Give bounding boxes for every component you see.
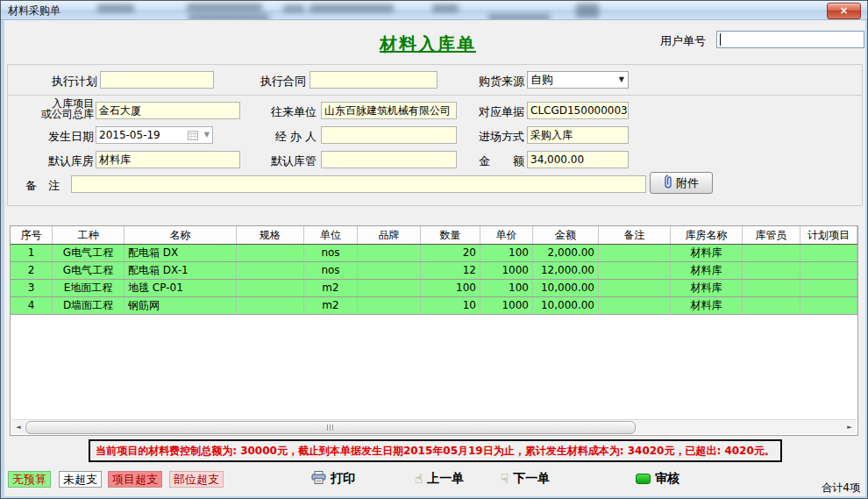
table-cell[interactable]: [599, 280, 671, 296]
table-cell[interactable]: [743, 297, 800, 314]
scroll-left-icon[interactable]: ◄: [12, 422, 25, 432]
table-cell[interactable]: 3: [11, 280, 53, 296]
exec-plan-input[interactable]: [100, 71, 214, 89]
exec-contract-input[interactable]: [309, 71, 438, 89]
column-header[interactable]: 库管员: [743, 226, 800, 244]
table-cell[interactable]: 20: [421, 245, 480, 261]
table-cell[interactable]: [237, 262, 304, 279]
table-cell[interactable]: 配电箱 DX-1: [125, 262, 237, 279]
table-cell[interactable]: [743, 262, 800, 279]
table-cell[interactable]: G电气工程: [53, 262, 125, 279]
table-cell[interactable]: [358, 245, 421, 261]
table-cell[interactable]: 2: [11, 262, 53, 279]
column-header[interactable]: 金额: [533, 226, 599, 244]
table-cell[interactable]: 1000: [480, 297, 533, 314]
title-bar[interactable]: 材料采购单 ×: [1, 1, 867, 20]
attachment-button[interactable]: 附件: [650, 172, 713, 194]
table-row[interactable]: 3E地面工程地毯 CP-01 m2 10010010,000.00 材料库: [11, 280, 857, 297]
column-header[interactable]: 工种: [53, 226, 125, 244]
calendar-icon[interactable]: [188, 129, 198, 145]
table-cell[interactable]: G电气工程: [53, 245, 125, 261]
table-cell[interactable]: 材料库: [671, 245, 743, 261]
table-row[interactable]: 1G电气工程配电箱 DX nos 201002,000.00 材料库: [11, 245, 857, 262]
table-cell[interactable]: 地毯 CP-01: [125, 280, 237, 296]
table-row[interactable]: 2G电气工程配电箱 DX-1 nos 12100012,000.00 材料库: [11, 262, 857, 280]
purchase-source-select[interactable]: 自购 ▼: [527, 71, 629, 89]
background-blur: [187, 4, 262, 11]
table-cell[interactable]: 材料库: [671, 262, 743, 279]
project-input[interactable]: 金石大厦: [96, 102, 240, 119]
close-icon[interactable]: ×: [827, 3, 861, 19]
table-cell[interactable]: [237, 280, 304, 296]
date-input[interactable]: 2015-05-19 ▼: [96, 126, 213, 144]
table-cell[interactable]: [800, 280, 857, 296]
column-header[interactable]: 数量: [421, 226, 480, 244]
table-cell[interactable]: 2,000.00: [533, 245, 599, 261]
table-cell[interactable]: [800, 297, 857, 314]
counterparty-input[interactable]: 山东百脉建筑机械有限公司: [321, 102, 457, 119]
table-cell[interactable]: 10,000.00: [533, 280, 599, 296]
table-cell[interactable]: [358, 262, 421, 279]
table-cell[interactable]: D墙面工程: [53, 297, 125, 314]
column-header[interactable]: 库房名称: [671, 226, 743, 244]
table-cell[interactable]: E地面工程: [53, 280, 125, 296]
column-header[interactable]: 单价: [480, 226, 533, 244]
amount-input[interactable]: 34,000.00: [527, 151, 629, 168]
column-header[interactable]: 单位: [304, 226, 358, 244]
table-cell[interactable]: nos: [304, 245, 358, 261]
column-header[interactable]: 序号: [11, 226, 53, 244]
table-cell[interactable]: [800, 245, 857, 261]
user-no-input[interactable]: [716, 31, 864, 48]
background-blur: [488, 14, 550, 20]
scrollbar-thumb[interactable]: [25, 421, 636, 434]
column-header[interactable]: 品牌: [358, 226, 421, 244]
handler-input[interactable]: [321, 126, 457, 144]
chevron-down-icon[interactable]: ▼: [619, 72, 624, 88]
audit-button[interactable]: 审核: [636, 470, 679, 488]
ref-doc-input[interactable]: CLCGD150000003: [527, 102, 629, 119]
table-cell[interactable]: 1000: [480, 262, 533, 279]
chevron-down-icon[interactable]: ▼: [204, 127, 210, 143]
table-cell[interactable]: [237, 297, 304, 314]
table-cell[interactable]: m2: [304, 280, 358, 296]
previous-record-button[interactable]: ☝ 上一单: [415, 470, 464, 488]
table-cell[interactable]: [800, 262, 857, 279]
table-cell[interactable]: 100: [421, 280, 480, 296]
remark-input[interactable]: [71, 175, 646, 193]
entry-mode-input[interactable]: 采购入库: [527, 126, 629, 144]
table-cell[interactable]: m2: [304, 297, 358, 314]
table-cell[interactable]: 配电箱 DX: [125, 245, 237, 261]
default-warehouse-input[interactable]: 材料库: [96, 151, 240, 168]
table-cell[interactable]: [358, 297, 421, 314]
table-cell[interactable]: nos: [304, 262, 358, 279]
scroll-right-icon[interactable]: ►: [843, 422, 856, 432]
column-header[interactable]: 计划项目: [800, 226, 857, 244]
table-cell[interactable]: [599, 297, 671, 314]
table-cell[interactable]: 10,000.00: [533, 297, 599, 314]
column-header[interactable]: 名称: [125, 226, 237, 244]
table-cell[interactable]: 12: [421, 262, 480, 279]
table-cell[interactable]: 1: [11, 245, 53, 261]
table-cell[interactable]: 100: [480, 280, 533, 296]
table-row[interactable]: 4D墙面工程钢筋网 m2 10100010,000.00 材料库: [11, 297, 857, 315]
table-cell[interactable]: [743, 280, 800, 296]
table-cell[interactable]: [358, 280, 421, 296]
column-header[interactable]: 规格: [237, 226, 304, 244]
table-cell[interactable]: 10: [421, 297, 480, 314]
table-cell[interactable]: [743, 245, 800, 261]
horizontal-scrollbar[interactable]: ◄ ►: [11, 419, 857, 434]
table-cell[interactable]: [599, 262, 671, 279]
table-cell[interactable]: 材料库: [671, 280, 743, 296]
next-record-button[interactable]: ☟ 下一单: [501, 470, 550, 488]
table-cell[interactable]: [599, 245, 671, 261]
table-cell[interactable]: 4: [11, 297, 53, 314]
column-header[interactable]: 备注: [599, 226, 671, 244]
material-purchase-window: 材料采购单 × 材料入库单 用户单号 执行计划 执行合同 购货来源 自购 ▼ 入…: [0, 0, 868, 499]
table-cell[interactable]: [237, 245, 304, 261]
print-button[interactable]: 打印: [311, 470, 355, 488]
default-keeper-input[interactable]: [321, 151, 457, 168]
table-cell[interactable]: 材料库: [671, 297, 743, 314]
table-cell[interactable]: 钢筋网: [125, 297, 237, 314]
table-cell[interactable]: 100: [480, 245, 533, 261]
table-cell[interactable]: 12,000.00: [533, 262, 599, 279]
